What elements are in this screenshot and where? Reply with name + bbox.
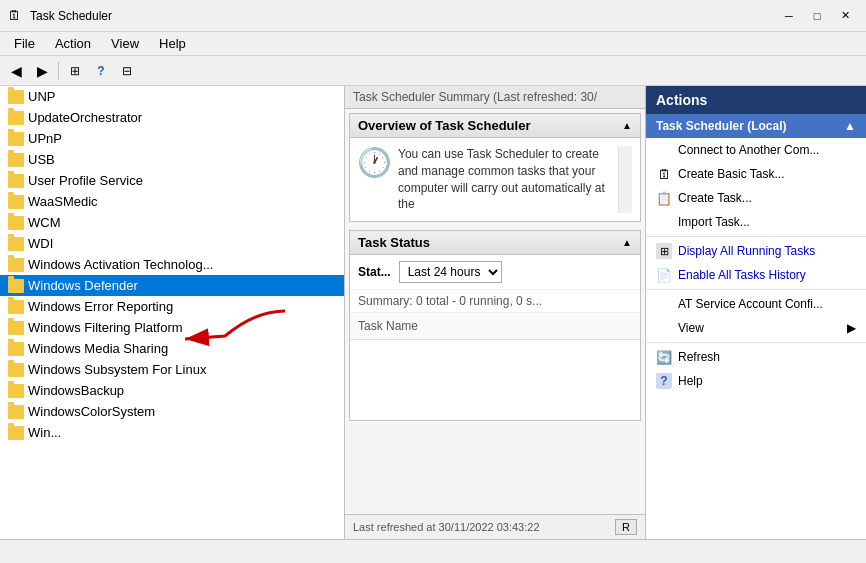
center-panel: Task Scheduler Summary (Last refreshed: … bbox=[345, 86, 646, 539]
status-filter-select[interactable]: Last 24 hours Last 7 days Last 30 days bbox=[399, 261, 502, 283]
action-group-header[interactable]: Task Scheduler (Local) ▲ bbox=[646, 114, 866, 138]
action-connect[interactable]: Connect to Another Com... bbox=[646, 138, 866, 162]
tree-item-label: WindowsColorSystem bbox=[28, 404, 155, 419]
at-service-icon bbox=[656, 296, 672, 312]
action-display-running[interactable]: ⊞ Display All Running Tasks bbox=[646, 239, 866, 263]
title-bar-left: 🗓 Task Scheduler bbox=[8, 8, 112, 24]
menu-bar: File Action View Help bbox=[0, 32, 866, 56]
action-refresh-label: Refresh bbox=[678, 350, 720, 364]
action-group-label: Task Scheduler (Local) bbox=[656, 119, 786, 133]
view-icon bbox=[656, 320, 672, 336]
overview-icon: 🕐 bbox=[358, 146, 390, 178]
overview-content: 🕐 You can use Task Scheduler to create a… bbox=[350, 138, 640, 221]
menu-file[interactable]: File bbox=[4, 34, 45, 53]
folder-icon bbox=[8, 132, 24, 146]
tree-item-windows-filtering-platform[interactable]: Windows Filtering Platform bbox=[0, 317, 344, 338]
collapse-arrow-status: ▲ bbox=[622, 237, 632, 248]
window-title: Task Scheduler bbox=[30, 9, 112, 23]
action-divider-3 bbox=[646, 342, 866, 343]
menu-view[interactable]: View bbox=[101, 34, 149, 53]
folder-icon bbox=[8, 90, 24, 104]
tree-item-label: Windows Media Sharing bbox=[28, 341, 168, 356]
task-name-area bbox=[350, 340, 640, 420]
tree-item-label: UpdateOrchestrator bbox=[28, 110, 142, 125]
folder-icon bbox=[8, 405, 24, 419]
action-divider-2 bbox=[646, 289, 866, 290]
action-view[interactable]: View ▶ bbox=[646, 316, 866, 340]
help-toolbar-button[interactable]: ? bbox=[89, 59, 113, 83]
task-summary-row: Summary: 0 total - 0 running, 0 s... bbox=[350, 290, 640, 313]
tree-item-wdi[interactable]: WDI bbox=[0, 233, 344, 254]
overview-section: Overview of Task Scheduler ▲ 🕐 You can u… bbox=[349, 113, 641, 222]
action-create-label: Create Task... bbox=[678, 191, 752, 205]
action-import-task[interactable]: Import Task... bbox=[646, 210, 866, 234]
minimize-button[interactable]: ─ bbox=[776, 6, 802, 26]
tree-item-waasmedic[interactable]: WaaSMedic bbox=[0, 191, 344, 212]
tree-item-label: Windows Activation Technolog... bbox=[28, 257, 213, 272]
folder-icon bbox=[8, 426, 24, 440]
overview-scrollbar[interactable] bbox=[618, 146, 632, 213]
window-controls: ─ □ ✕ bbox=[776, 6, 858, 26]
folder-icon bbox=[8, 300, 24, 314]
folder-icon bbox=[8, 363, 24, 377]
action-help-label: Help bbox=[678, 374, 703, 388]
menu-help[interactable]: Help bbox=[149, 34, 196, 53]
tree-item-windows-defender[interactable]: Windows Defender bbox=[0, 275, 344, 296]
action-create-task[interactable]: 📋 Create Task... bbox=[646, 186, 866, 210]
tree-item-windowsbackup[interactable]: WindowsBackup bbox=[0, 380, 344, 401]
folder-icon bbox=[8, 111, 24, 125]
tree-item-label: WaaSMedic bbox=[28, 194, 98, 209]
tree-item-windows-media-sharing[interactable]: Windows Media Sharing bbox=[0, 338, 344, 359]
summary-header-text: Task Scheduler Summary (Last refreshed: … bbox=[353, 90, 597, 104]
tree-item-usb[interactable]: USB bbox=[0, 149, 344, 170]
close-button[interactable]: ✕ bbox=[832, 6, 858, 26]
tree-item-wcm[interactable]: WCM bbox=[0, 212, 344, 233]
tree-item-label: WDI bbox=[28, 236, 53, 251]
folder-icon bbox=[8, 321, 24, 335]
tree-item-label: Windows Subsystem For Linux bbox=[28, 362, 206, 377]
footer-text: Last refreshed at 30/11/2022 03:43:22 bbox=[353, 521, 540, 533]
task-status-title: Task Status bbox=[358, 235, 430, 250]
refresh-button[interactable]: R bbox=[615, 519, 637, 535]
tree-item-upnp[interactable]: UPnP bbox=[0, 128, 344, 149]
tree-panel: UNP UpdateOrchestrator UPnP USB User Pro… bbox=[0, 86, 345, 539]
menu-action[interactable]: Action bbox=[45, 34, 101, 53]
action-create-basic-task[interactable]: 🗓 Create Basic Task... bbox=[646, 162, 866, 186]
center-footer: Last refreshed at 30/11/2022 03:43:22 R bbox=[345, 514, 645, 539]
actions-panel: Actions Task Scheduler (Local) ▲ Connect… bbox=[646, 86, 866, 539]
tree-item-label: WindowsBackup bbox=[28, 383, 124, 398]
action-enable-history[interactable]: 📄 Enable All Tasks History bbox=[646, 263, 866, 287]
action-refresh[interactable]: 🔄 Refresh bbox=[646, 345, 866, 369]
task-status-header[interactable]: Task Status ▲ bbox=[350, 231, 640, 255]
overview-section-header[interactable]: Overview of Task Scheduler ▲ bbox=[350, 114, 640, 138]
folder-icon bbox=[8, 195, 24, 209]
tree-item-windows-activation[interactable]: Windows Activation Technolog... bbox=[0, 254, 344, 275]
tree-item-label: UPnP bbox=[28, 131, 62, 146]
action-display-running-label: Display All Running Tasks bbox=[678, 244, 815, 258]
display-running-icon: ⊞ bbox=[656, 243, 672, 259]
connect-icon bbox=[656, 142, 672, 158]
forward-button[interactable]: ▶ bbox=[30, 59, 54, 83]
task-status-section: Task Status ▲ Stat... Last 24 hours Last… bbox=[349, 230, 641, 421]
tree-item-windows-error-reporting[interactable]: Windows Error Reporting bbox=[0, 296, 344, 317]
folder-view-button[interactable]: ⊞ bbox=[63, 59, 87, 83]
summary-header: Task Scheduler Summary (Last refreshed: … bbox=[345, 86, 645, 109]
action-help[interactable]: ? Help bbox=[646, 369, 866, 393]
tree-item-more[interactable]: Win... bbox=[0, 422, 344, 443]
tree-item-unp[interactable]: UNP bbox=[0, 86, 344, 107]
view-toggle-button[interactable]: ⊟ bbox=[115, 59, 139, 83]
tree-item-user-profile-service[interactable]: User Profile Service bbox=[0, 170, 344, 191]
tree-item-updateorchestrator[interactable]: UpdateOrchestrator bbox=[0, 107, 344, 128]
tree-item-windowscolorsystem[interactable]: WindowsColorSystem bbox=[0, 401, 344, 422]
import-task-icon bbox=[656, 214, 672, 230]
title-bar: 🗓 Task Scheduler ─ □ ✕ bbox=[0, 0, 866, 32]
back-button[interactable]: ◀ bbox=[4, 59, 28, 83]
tree-item-windows-subsystem-linux[interactable]: Windows Subsystem For Linux bbox=[0, 359, 344, 380]
task-summary-text: Summary: 0 total - 0 running, 0 s... bbox=[358, 294, 542, 308]
toolbar-separator bbox=[58, 62, 59, 80]
action-view-label: View bbox=[678, 321, 841, 335]
folder-icon bbox=[8, 279, 24, 293]
maximize-button[interactable]: □ bbox=[804, 6, 830, 26]
action-at-service[interactable]: AT Service Account Confi... bbox=[646, 292, 866, 316]
folder-icon bbox=[8, 384, 24, 398]
